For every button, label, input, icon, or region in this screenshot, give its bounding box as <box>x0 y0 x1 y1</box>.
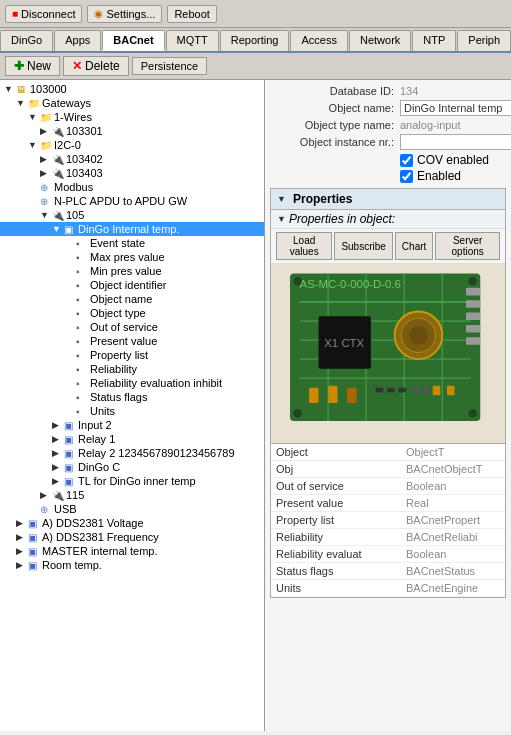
arrow-obj-dingo: ▼ <box>52 224 64 234</box>
tree-item-dev103301[interactable]: ▶ 🔌 103301 <box>0 124 264 138</box>
tree-item-prop-proplist[interactable]: ▪ Property list <box>0 348 264 362</box>
tree-item-roomtemp[interactable]: ▶ ▣ Room temp. <box>0 558 264 572</box>
icon-gateways: 📁 <box>28 98 42 109</box>
tree-item-dev103403[interactable]: ▶ 🔌 103403 <box>0 166 264 180</box>
tree-item-prop-event[interactable]: ▪ Event state <box>0 236 264 250</box>
tree-item-relay2[interactable]: ▶ ▣ Relay 2 1234567890123456789 <box>0 446 264 460</box>
label-gateways: Gateways <box>42 97 91 109</box>
svg-rect-30 <box>398 388 406 393</box>
tree-item-dev103402[interactable]: ▶ 🔌 103402 <box>0 152 264 166</box>
tab-dingo[interactable]: DinGo <box>0 30 53 51</box>
new-button[interactable]: ✚ New <box>5 56 60 76</box>
props-sub-label: Properties in object: <box>289 212 395 226</box>
svg-rect-34 <box>447 386 455 396</box>
table-row[interactable]: Status flags BACnetStatus <box>271 563 505 580</box>
object-name-input[interactable] <box>400 100 511 116</box>
settings-button[interactable]: Settings... <box>87 5 162 23</box>
svg-point-25 <box>469 277 477 285</box>
tab-mqtt[interactable]: MQTT <box>166 30 219 51</box>
load-values-button[interactable]: Load values <box>276 232 332 260</box>
tree-item-prop-maxpres[interactable]: ▪ Max pres value <box>0 250 264 264</box>
reboot-button[interactable]: Reboot <box>167 5 216 23</box>
tab-network[interactable]: Network <box>349 30 411 51</box>
label-dds2381v: A) DDS2381 Voltage <box>42 517 144 529</box>
tree-item-mastertemp[interactable]: ▶ ▣ MASTER internal temp. <box>0 544 264 558</box>
prop-name: Reliability <box>271 529 401 546</box>
tree-item-prop-objtype[interactable]: ▪ Object type <box>0 306 264 320</box>
icon-prop-event: ▪ <box>76 238 90 249</box>
table-row[interactable]: Present value Real <box>271 495 505 512</box>
disconnect-button[interactable]: Disconnect <box>5 5 82 23</box>
icon-prop-objtype: ▪ <box>76 308 90 319</box>
delete-button[interactable]: ✕ Delete <box>63 56 129 76</box>
tab-apps[interactable]: Apps <box>54 30 101 51</box>
tree-item-prop-objname[interactable]: ▪ Object name <box>0 292 264 306</box>
tree-item-1wires[interactable]: ▼ 📁 1-Wires <box>0 110 264 124</box>
icon-i2c0: 📁 <box>40 140 54 151</box>
chart-button[interactable]: Chart <box>395 232 433 260</box>
tree-item-tlinner[interactable]: ▶ ▣ TL for DinGo inner temp <box>0 474 264 488</box>
svg-text:X1 CTX: X1 CTX <box>324 337 364 349</box>
properties-label: Properties <box>293 192 352 206</box>
icon-dev103402: 🔌 <box>52 154 66 165</box>
label-prop-reliabilityinhib: Reliability evaluation inhibit <box>90 377 222 389</box>
tree-item-dds2381f[interactable]: ▶ ▣ A) DDS2381 Frequency <box>0 530 264 544</box>
svg-point-27 <box>469 410 477 418</box>
prop-name: Reliability evaluat <box>271 546 401 563</box>
tree-item-prop-statusflags[interactable]: ▪ Status flags <box>0 390 264 404</box>
tree-item-obj-dingo[interactable]: ▼ ▣ DinGo Internal temp. <box>0 222 264 236</box>
tab-bacnet[interactable]: BACnet <box>102 30 164 51</box>
arrow-input2: ▶ <box>52 420 64 430</box>
label-prop-maxpres: Max pres value <box>90 251 165 263</box>
label-dev103403: 103403 <box>66 167 103 179</box>
table-row[interactable]: Out of service Boolean <box>271 478 505 495</box>
tree-item-prop-units[interactable]: ▪ Units <box>0 404 264 418</box>
icon-dev103301: 🔌 <box>52 126 66 137</box>
table-row[interactable]: Reliability BACnetReliabi <box>271 529 505 546</box>
tree-item-input2[interactable]: ▶ ▣ Input 2 <box>0 418 264 432</box>
tree-item-prop-outofservice[interactable]: ▪ Out of service <box>0 320 264 334</box>
label-prop-presentval: Present value <box>90 335 157 347</box>
arrow-dev115: ▶ <box>40 490 52 500</box>
arrow-1wires: ▼ <box>28 112 40 122</box>
tree-item-prop-reliability[interactable]: ▪ Reliability <box>0 362 264 376</box>
tab-periph[interactable]: Periph <box>457 30 511 51</box>
icon-mastertemp: ▣ <box>28 546 42 557</box>
tree-root[interactable]: ▼🖥 103000 <box>0 82 264 96</box>
tree-item-usb[interactable]: ⊕ USB <box>0 502 264 516</box>
persistence-button[interactable]: Persistence <box>132 57 207 75</box>
arrow-dev103403: ▶ <box>40 168 52 178</box>
table-row[interactable]: Reliability evaluat Boolean <box>271 546 505 563</box>
tree-item-dds2381v[interactable]: ▶ ▣ A) DDS2381 Voltage <box>0 516 264 530</box>
table-row[interactable]: Property list BACnetPropert <box>271 512 505 529</box>
tree-item-prop-objid[interactable]: ▪ Object identifier <box>0 278 264 292</box>
table-row[interactable]: Obj BACnetObjectT <box>271 461 505 478</box>
tab-access[interactable]: Access <box>290 30 347 51</box>
tree-item-prop-presentval[interactable]: ▪ Present value <box>0 334 264 348</box>
tree-item-dev115[interactable]: ▶ 🔌 115 <box>0 488 264 502</box>
tab-reporting[interactable]: Reporting <box>220 30 290 51</box>
tree-item-modbus[interactable]: ⊕ Modbus <box>0 180 264 194</box>
object-instance-input[interactable] <box>400 134 511 150</box>
tree-item-gateways[interactable]: ▼ 📁 Gateways <box>0 96 264 110</box>
properties-header[interactable]: ▼ Properties <box>271 189 505 210</box>
tree-item-nplc[interactable]: ⊕ N-PLC APDU to APDU GW <box>0 194 264 208</box>
server-options-button[interactable]: Server options <box>435 232 500 260</box>
icon-prop-reliability: ▪ <box>76 364 90 375</box>
subscribe-button[interactable]: Subscribe <box>334 232 392 260</box>
tree-item-prop-reliabilityinhib[interactable]: ▪ Reliability evaluation inhibit <box>0 376 264 390</box>
tree-panel[interactable]: ▼🖥 103000 ▼ 📁 Gateways ▼ 📁 1-Wires ▶ 🔌 1… <box>0 80 265 731</box>
enabled-checkbox[interactable] <box>400 170 413 183</box>
tree-item-relay1[interactable]: ▶ ▣ Relay 1 <box>0 432 264 446</box>
tree-item-prop-minpres[interactable]: ▪ Min pres value <box>0 264 264 278</box>
table-row[interactable]: Object ObjectT <box>271 444 505 461</box>
tree-item-dev105[interactable]: ▼ 🔌 105 <box>0 208 264 222</box>
label-prop-units: Units <box>90 405 115 417</box>
tree-item-i2c0[interactable]: ▼ 📁 I2C-0 <box>0 138 264 152</box>
table-row[interactable]: Units BACnetEngine <box>271 580 505 597</box>
label-dds2381f: A) DDS2381 Frequency <box>42 531 159 543</box>
tab-ntp[interactable]: NTP <box>412 30 456 51</box>
cov-enabled-checkbox[interactable] <box>400 154 413 167</box>
arrow-relay1: ▶ <box>52 434 64 444</box>
tree-item-dingoc[interactable]: ▶ ▣ DinGo C <box>0 460 264 474</box>
